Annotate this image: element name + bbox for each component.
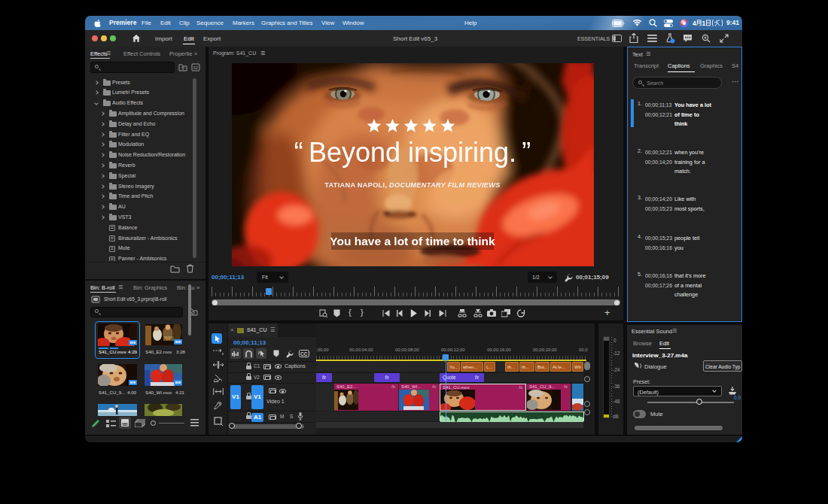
svg-text:TATIANA NAPOLI, DOCUMENTARY FI: TATIANA NAPOLI, DOCUMENTARY FILM REVIEWS bbox=[324, 181, 501, 189]
svg-text:32: 32 bbox=[193, 65, 198, 70]
svg-text:“ Beyond inspiring. ”: “ Beyond inspiring. ” bbox=[294, 137, 531, 168]
svg-text:4: 4 bbox=[693, 20, 696, 26]
svg-text:You have a lot of time to thin: You have a lot of time to think bbox=[330, 235, 495, 247]
svg-text:1: 1 bbox=[702, 20, 706, 26]
svg-text:CC: CC bbox=[300, 351, 308, 357]
